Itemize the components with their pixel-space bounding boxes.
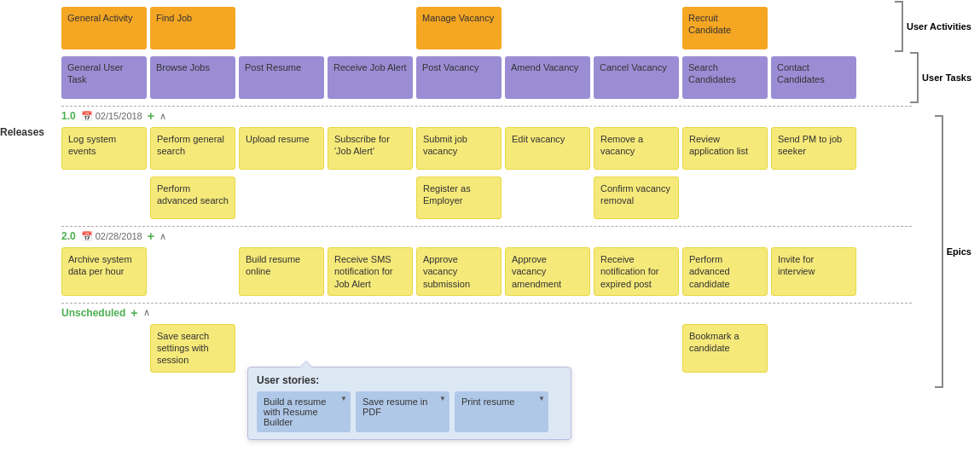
card-search-candidates[interactable]: Search Candidates	[682, 56, 768, 99]
epic-review-application[interactable]: Review application list	[682, 127, 768, 170]
card-post-resume[interactable]: Post Resume	[239, 56, 324, 99]
epic-confirm-vacancy-removal[interactable]: Confirm vacancy removal	[594, 177, 679, 219]
release-2-bar: 2.0 📅 02/28/2018 + ∧	[61, 226, 912, 244]
epic-perform-advanced-candidate[interactable]: Perform advanced candidate	[682, 247, 768, 296]
unscheduled-add-btn[interactable]: +	[130, 307, 137, 319]
epic-approve-vacancy-submission[interactable]: Approve vacancy submission	[416, 247, 502, 296]
empty-r2r1-1	[150, 247, 235, 296]
release-1-bar: 1.0 📅 02/15/2018 + ∧	[61, 106, 912, 124]
release-1-row-1: Log system events Perform general search…	[61, 124, 912, 173]
left-labels-panel: Releases	[0, 0, 61, 463]
card-post-vacancy[interactable]: Post Vacancy	[416, 56, 502, 99]
right-labels-panel	[912, 0, 980, 463]
release-1-date: 📅 02/15/2018	[81, 111, 142, 122]
epic-invite-interview[interactable]: Invite for interview	[771, 247, 856, 296]
empty-r1r2-5	[505, 177, 590, 219]
epic-remove-vacancy[interactable]: Remove a vacancy	[594, 127, 679, 170]
user-tasks-row: General User Task Browse Jobs Post Resum…	[61, 53, 912, 102]
empty-us-3	[328, 324, 413, 373]
card-amend-vacancy[interactable]: Amend Vacancy	[505, 56, 590, 99]
epic-edit-vacancy[interactable]: Edit vacancy	[505, 127, 590, 170]
card-general-activity[interactable]: General Activity	[61, 7, 147, 49]
tooltip-title: User stories:	[257, 374, 562, 386]
unscheduled-label: Unscheduled	[61, 307, 125, 319]
empty-r1r2-7	[682, 177, 768, 219]
dropdown-arrow-1[interactable]: ▼	[439, 395, 446, 402]
epic-bookmark-candidate[interactable]: Bookmark a candidate	[682, 324, 768, 373]
epic-log-system-events[interactable]: Log system events	[61, 127, 147, 170]
epic-build-resume-online[interactable]: Build resume online	[239, 247, 324, 296]
tooltip-popup: User stories: Build a resume with Resume…	[247, 367, 571, 440]
empty-us-5	[505, 324, 590, 373]
epic-register-employer[interactable]: Register as Employer	[416, 177, 502, 219]
card-general-user-task[interactable]: General User Task	[61, 56, 147, 99]
card-cancel-vacancy[interactable]: Cancel Vacancy	[594, 56, 679, 99]
dropdown-arrow-2[interactable]: ▼	[538, 395, 545, 402]
tooltip-card-0-label: Build a resume with Resume Builder	[264, 396, 344, 427]
releases-label: Releases	[0, 126, 44, 138]
empty-us-8	[771, 324, 856, 373]
card-contact-candidates[interactable]: Contact Candidates	[771, 56, 856, 99]
epic-send-pm[interactable]: Send PM to job seeker	[771, 127, 856, 170]
empty-r1r2-0	[61, 177, 147, 219]
release-2-version: 2.0	[61, 230, 76, 242]
unscheduled-bar: Unscheduled + ∧	[61, 303, 912, 321]
epic-archive-system[interactable]: Archive system data per hour	[61, 247, 147, 296]
release-2-collapse-btn[interactable]: ∧	[159, 231, 166, 242]
tooltip-cards: Build a resume with Resume Builder ▼ Sav…	[257, 391, 562, 432]
card-find-job[interactable]: Find Job	[150, 7, 235, 49]
tooltip-card-1-label: Save resume in PDF	[362, 396, 443, 417]
empty-r1r2-8	[771, 177, 856, 219]
release-1-row-2: Perform advanced search Register as Empl…	[61, 173, 912, 223]
empty-us-4	[416, 324, 502, 373]
release-1-version: 1.0	[61, 110, 76, 122]
empty-us-6	[594, 324, 679, 373]
epic-perform-advanced-search[interactable]: Perform advanced search	[150, 177, 235, 219]
card-empty-4	[594, 7, 679, 49]
card-receive-job-alert[interactable]: Receive Job Alert	[328, 56, 413, 99]
user-activities-row: General Activity Find Job Manage Vacancy…	[61, 0, 912, 53]
tooltip-card-2-label: Print resume	[461, 396, 514, 407]
epic-approve-vacancy-amendment[interactable]: Approve vacancy amendment	[505, 247, 590, 296]
empty-us-0	[61, 324, 147, 373]
release-2-date: 📅 02/28/2018	[81, 231, 142, 242]
tooltip-card-0[interactable]: Build a resume with Resume Builder ▼	[257, 391, 351, 432]
card-manage-vacancy[interactable]: Manage Vacancy	[416, 7, 502, 49]
tooltip-card-2[interactable]: Print resume ▼	[455, 391, 548, 432]
card-recruit-candidate[interactable]: Recruit Candidate	[682, 7, 768, 49]
card-empty-1	[239, 7, 324, 49]
dropdown-arrow-0[interactable]: ▼	[340, 395, 347, 402]
releases-text: Releases	[0, 126, 44, 138]
release-1-collapse-btn[interactable]: ∧	[159, 111, 166, 122]
card-empty-3	[505, 7, 590, 49]
epic-receive-notification-expired[interactable]: Receive notification for expired post	[594, 247, 679, 296]
tooltip-card-1[interactable]: Save resume in PDF ▼	[356, 391, 449, 432]
empty-r1r2-2	[239, 177, 324, 219]
content-area: General Activity Find Job Manage Vacancy…	[61, 0, 912, 463]
epic-perform-general-search[interactable]: Perform general search	[150, 127, 235, 170]
release-2-add-btn[interactable]: +	[148, 230, 154, 242]
epic-subscribe-job-alert[interactable]: Subscribe for 'Job Alert'	[328, 127, 413, 170]
card-browse-jobs[interactable]: Browse Jobs	[150, 56, 235, 99]
epic-upload-resume[interactable]: Upload resume	[239, 127, 324, 170]
epic-submit-job-vacancy[interactable]: Submit job vacancy	[416, 127, 502, 170]
release-2-row-1: Archive system data per hour Build resum…	[61, 244, 912, 299]
epic-receive-sms[interactable]: Receive SMS notification for Job Alert	[328, 247, 413, 296]
calendar-icon-2: 📅	[81, 231, 93, 242]
card-empty-2	[328, 7, 413, 49]
calendar-icon-1: 📅	[81, 111, 93, 122]
unscheduled-collapse-btn[interactable]: ∧	[143, 307, 150, 318]
card-empty-5	[771, 7, 856, 49]
epic-save-search-settings[interactable]: Save search settings with session	[150, 324, 235, 373]
release-1-add-btn[interactable]: +	[148, 110, 154, 122]
empty-r1r2-3	[328, 177, 413, 219]
